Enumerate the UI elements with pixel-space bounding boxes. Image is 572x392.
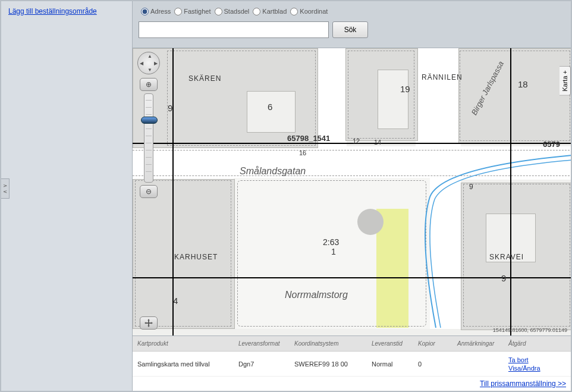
remove-link[interactable]: Ta bort: [508, 356, 562, 364]
radio-fastighet[interactable]: Fastighet: [174, 8, 210, 15]
map-label-skaren: SKÄREN: [188, 74, 221, 83]
table-row: Samlingskarta med tillval Dgn7 SWEREF99 …: [133, 352, 571, 377]
radio-koordinat-label: Koordinat: [300, 8, 328, 15]
td-coord: SWEREF99 18 00: [294, 360, 372, 368]
map-num-9c: 9: [501, 273, 506, 283]
map-num-18: 18: [518, 79, 528, 89]
th-time: Leveranstid: [372, 340, 418, 347]
map-num-6: 6: [268, 102, 272, 112]
zoom-in-icon: ⊕: [146, 80, 152, 89]
left-panel: Lägg till beställningsområde: [1, 1, 132, 391]
edit-link[interactable]: Visa/Ändra: [508, 364, 562, 372]
th-coord: Koordinatsystem: [294, 340, 372, 347]
map-label-1: 1: [331, 247, 336, 256]
map-label-rannilen: RÄNNILEN: [422, 73, 463, 81]
footer-row: Till prissammanställning >>: [133, 377, 571, 391]
th-product: Kartprodukt: [133, 340, 238, 347]
radio-stadsdel-input[interactable]: [215, 8, 222, 15]
map-grid-65798: 65798_1541: [287, 134, 330, 143]
th-notes: Anmärkningar: [457, 340, 508, 347]
zoom-out-button[interactable]: ⊖: [140, 185, 158, 198]
radio-fastighet-input[interactable]: [174, 8, 182, 15]
zoom-in-button[interactable]: ⊕: [140, 78, 158, 91]
map-grid-6579: 6579: [543, 140, 560, 149]
search-bar: Adress Fastighet Stadsdel Kartblad Koord…: [133, 1, 571, 48]
radio-kartblad-label: Kartblad: [262, 8, 287, 15]
th-action: Åtgärd: [508, 340, 562, 347]
td-copies: 0: [418, 360, 457, 368]
table-header: Kartprodukt Leveransformat Koordinatsyst…: [133, 336, 571, 352]
karta-layer-tab[interactable]: Karta +: [560, 66, 571, 96]
order-table: Kartprodukt Leveransformat Koordinatsyst…: [133, 336, 571, 391]
map-num-19: 19: [400, 84, 410, 94]
radio-adress-input[interactable]: [141, 8, 149, 15]
pan-left-icon[interactable]: ◀: [140, 61, 143, 66]
td-product: Samlingskarta med tillval: [133, 360, 238, 368]
radio-koordinat-input[interactable]: [290, 8, 298, 15]
radio-fastighet-label: Fastighet: [184, 8, 210, 15]
radio-adress-label: Adress: [150, 8, 171, 15]
radio-adress[interactable]: Adress: [141, 8, 171, 15]
zoom-slider-handle[interactable]: [141, 117, 158, 124]
map-num-14: 14: [374, 139, 381, 146]
pan-up-icon[interactable]: ▲: [147, 54, 152, 59]
map-label-norrmalmstorg: Norrmalmstorg: [285, 290, 348, 300]
coord-readout: 154149.81600, 6579779.01149: [493, 327, 567, 333]
map-num-9b: 9: [469, 183, 473, 191]
map-num-9: 9: [168, 103, 172, 113]
map-label-karhuset: KARHUSET: [174, 253, 218, 261]
zoom-slider-track[interactable]: [144, 93, 153, 183]
main-panel: Adress Fastighet Stadsdel Kartblad Koord…: [132, 1, 571, 391]
map-num-4: 4: [173, 296, 178, 306]
th-format: Leveransformat: [238, 340, 294, 347]
radio-kartblad[interactable]: Kartblad: [253, 8, 287, 15]
search-input[interactable]: [139, 21, 329, 38]
search-button[interactable]: Sök: [332, 21, 368, 38]
move-icon: [144, 319, 153, 327]
radio-koordinat[interactable]: Koordinat: [290, 8, 328, 15]
radio-stadsdel[interactable]: Stadsdel: [215, 8, 250, 15]
map-num-12: 12: [353, 137, 360, 145]
side-collapse-tab[interactable]: ∧ ∨: [1, 178, 10, 199]
map-label-smalandsgatan: Smålandsgatan: [240, 166, 306, 177]
move-tool-button[interactable]: [140, 316, 158, 330]
td-format: Dgn7: [238, 360, 294, 368]
map-canvas: SKÄREN RÄNNILEN KARHUSET SKRAVEI Småland…: [133, 48, 571, 335]
price-summary-link[interactable]: Till prissammanställning >>: [480, 380, 566, 388]
map-controls: ▲ ▼ ◀ ▶ ⊕ ⊖: [137, 52, 164, 200]
map-num-16: 16: [299, 149, 306, 156]
map-label-263: 2:63: [323, 237, 339, 247]
map-viewport[interactable]: SKÄREN RÄNNILEN KARHUSET SKRAVEI Småland…: [133, 48, 571, 336]
pan-down-icon[interactable]: ▼: [147, 67, 152, 73]
pan-right-icon[interactable]: ▶: [154, 61, 158, 66]
td-action: Ta bort Visa/Ändra: [508, 356, 562, 372]
water-line: [406, 137, 571, 328]
add-order-area-link[interactable]: Lägg till beställningsområde: [8, 7, 97, 15]
zoom-out-icon: ⊖: [146, 187, 152, 196]
th-copies: Kopior: [418, 340, 457, 347]
search-type-radios: Adress Fastighet Stadsdel Kartblad Koord…: [141, 5, 565, 18]
pan-control[interactable]: ▲ ▼ ◀ ▶: [137, 52, 160, 74]
app-frame: ∧ ∨ Lägg till beställningsområde Adress …: [0, 0, 572, 392]
radio-kartblad-input[interactable]: [253, 8, 260, 15]
radio-stadsdel-label: Stadsdel: [224, 8, 250, 15]
td-time: Normal: [372, 360, 418, 368]
map-label-skravei: SKRAVEI: [489, 253, 524, 261]
